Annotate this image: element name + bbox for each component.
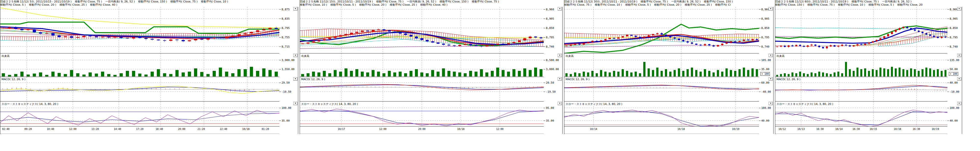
time-tick-label: 12:00 xyxy=(496,128,503,130)
time-tick-label: 10/18 xyxy=(457,128,465,130)
price-pane[interactable] xyxy=(775,7,947,53)
price-chart xyxy=(300,7,544,53)
stochastics-pane-label: スロー・ストキャスティクス( 14, 3, 80, 20 ) xyxy=(566,102,622,106)
macd-pane[interactable]: MACD( 12, 26, 9 ) xyxy=(0,77,279,102)
price-pane-menu-button[interactable]: ▼ xyxy=(558,7,562,11)
macd-pane-menu-button[interactable]: ▼ xyxy=(558,77,562,81)
volume-axis-label: 8,500.00 xyxy=(544,59,559,62)
stoch-axis-label: 40.00 xyxy=(947,119,958,122)
volume-pane-menu-button[interactable]: ▼ xyxy=(293,54,298,57)
price-axis-label: 8,795 xyxy=(279,27,290,29)
macd-pane[interactable]: MACD( 12, 26, 9 ) xyxy=(564,77,759,102)
price-axis-label: 8,835 xyxy=(279,17,290,20)
price-pane-menu-button[interactable]: ▼ xyxy=(293,7,298,11)
macd-pane[interactable]: MACD( 12, 26, 9 ) xyxy=(300,77,544,102)
time-tick-label: 16:30 xyxy=(913,128,920,130)
price-axis-label: 8,960 xyxy=(544,8,554,11)
macd-chart xyxy=(775,77,947,102)
time-tick-label: 21:20 xyxy=(197,128,205,130)
volume-pane-label: 出来高 xyxy=(776,54,784,58)
stochastics-pane[interactable]: スロー・ストキャスティクス( 14, 3, 80, 20 ) xyxy=(300,102,544,127)
time-tick-label: 10/13 xyxy=(797,128,805,130)
volume-axis-label: 3,000.00 xyxy=(544,68,559,71)
stoch-axis-label: 40.00 xyxy=(759,119,769,122)
volume-pane[interactable]: 出来高 xyxy=(300,53,544,77)
plot-column: 出来高 MACD( 12, 26, 9 ) スロー・ストキャスティクス( 14,… xyxy=(0,7,279,134)
volume-pane-menu-button[interactable]: ▼ xyxy=(558,54,562,57)
stoch-pane-menu-button[interactable]: ▼ xyxy=(957,102,961,105)
macd-pane-menu-button[interactable]: ▼ xyxy=(293,77,298,81)
volume-unit-box: × 100 xyxy=(760,72,770,76)
time-tick-label: 10/18 xyxy=(894,128,901,130)
panel-indicator-list: 移動平均( Close, 75 ) 移動平均( Close, 10 ) 移動平均… xyxy=(564,3,773,6)
price-axis-label: 8,755 xyxy=(279,36,290,39)
time-tick-label: 10/14 xyxy=(835,128,843,130)
stoch-axis-label: 100.00 xyxy=(759,106,771,109)
panel-header: 日経２２５先物 11/12( 5分, 2011/10/15 - 2011/10/… xyxy=(0,0,298,7)
macd-pane-label: MACD( 12, 26, 9 ) xyxy=(566,78,590,81)
volume-pane-menu-button[interactable]: ▼ xyxy=(957,54,961,57)
price-axis-label: 8,960 xyxy=(759,8,769,11)
time-tick-label: 20:00 xyxy=(178,128,185,130)
stoch-axis-label: 95.00 xyxy=(544,106,554,109)
panel-body: 出来高 MACD( 12, 26, 9 ) スロー・ストキャスティクス( 14,… xyxy=(775,7,980,134)
macd-pane[interactable]: MACD( 12, 26, 9 ) xyxy=(775,77,947,102)
macd-axis-label: -19.50 xyxy=(544,90,556,93)
macd-axis-label: -10.50 xyxy=(279,90,291,93)
volume-pane-label: 出来高 xyxy=(301,54,309,58)
price-axis-label: 8,740 xyxy=(947,45,958,48)
time-axis: 10/1410/1810/19 xyxy=(564,127,759,134)
macd-pane-menu-button[interactable]: ▼ xyxy=(957,77,961,81)
panel-header: 日経２２５先物 11/12( 30分, 2011/10/11 - 2011/10… xyxy=(564,0,773,7)
macd-pane-menu-button[interactable]: ▼ xyxy=(768,77,773,81)
stochastics-pane-label: スロー・ストキャスティクス( 14, 3, 80, 20 ) xyxy=(776,102,833,106)
time-tick-label: 16:30 xyxy=(816,128,824,130)
volume-pane-label: 出来高 xyxy=(2,54,10,58)
panel-indicator-list: 移動平均( Close, 150 ) 移動平均( Close, 75 ) 移動平… xyxy=(775,3,980,6)
panel-title: 日経２２５先物 11/12( 30分, 2011/10/11 - 2011/10… xyxy=(564,0,773,3)
time-tick-label: 13:20 xyxy=(91,128,99,130)
value-axis-column: 8,9608,9058,8508,7958,740135.0050.0040.0… xyxy=(947,7,962,134)
plot-column: 出来高 MACD( 12, 26, 9 ) スロー・ストキャスティクス( 14,… xyxy=(300,7,544,134)
panel-body: 出来高 MACD( 12, 26, 9 ) スロー・ストキャスティクス( 14,… xyxy=(0,7,298,134)
price-pane[interactable] xyxy=(0,7,279,53)
stoch-axis-label: 35.00 xyxy=(279,119,290,122)
stochastics-pane[interactable]: スロー・ストキャスティクス( 14, 3, 80, 20 ) xyxy=(775,102,947,127)
volume-pane[interactable]: 出来高 xyxy=(775,53,947,77)
panel-title: 日経２２５先物 11/12( 5分, 2011/10/15 - 2011/10/… xyxy=(0,0,298,3)
stochastics-pane[interactable]: スロー・ストキャスティクス( 14, 3, 80, 20 ) xyxy=(0,102,279,127)
volume-pane-menu-button[interactable]: ▼ xyxy=(768,54,773,57)
panel-indicator-list: 移動平均( Close, 5 ) 移動平均( Close, 20 ) 移動平均(… xyxy=(0,3,298,6)
volume-chart xyxy=(775,53,947,77)
stochastics-pane-label: スロー・ストキャスティクス( 14, 3, 80, 20 ) xyxy=(301,102,358,106)
price-pane-menu-button[interactable]: ▼ xyxy=(768,7,773,11)
price-pane[interactable] xyxy=(300,7,544,53)
stoch-pane-menu-button[interactable]: ▼ xyxy=(293,102,298,105)
panel-body: 出来高 MACD( 12, 26, 9 ) スロー・ストキャスティクス( 14,… xyxy=(300,7,563,134)
time-tick-label: 18:40 xyxy=(156,128,163,130)
volume-unit-box: × 100 xyxy=(949,72,958,76)
macd-pane-label: MACD( 12, 26, 9 ) xyxy=(301,78,325,81)
panel-body: 出来高 MACD( 12, 26, 9 ) スロー・ストキャスティクス( 14,… xyxy=(564,7,773,134)
panel-title: 日経２２５先物 11/12( 60分, 2011/10/11 - 2011/10… xyxy=(775,0,980,3)
value-axis-column: 8,9608,9058,8508,7958,7408,500.003,000.0… xyxy=(544,7,563,134)
price-pane[interactable] xyxy=(564,7,759,53)
volume-pane[interactable]: 出来高 xyxy=(564,53,759,77)
chart-workspace: 日経２２５先物 11/12( 5分, 2011/10/15 - 2011/10/… xyxy=(0,0,980,151)
volume-axis-label: 35.00 xyxy=(759,68,769,71)
stoch-axis-label: 100.00 xyxy=(279,106,291,109)
stoch-pane-menu-button[interactable]: ▼ xyxy=(558,102,562,105)
stochastics-pane[interactable]: スロー・ストキャスティクス( 14, 3, 80, 20 ) xyxy=(564,102,759,127)
plot-column: 出来高 MACD( 12, 26, 9 ) スロー・ストキャスティクス( 14,… xyxy=(564,7,759,134)
price-chart xyxy=(564,7,759,53)
stochastics-pane-label: スロー・ストキャスティクス( 14, 3, 80, 20 ) xyxy=(2,102,58,106)
stoch-pane-menu-button[interactable]: ▼ xyxy=(768,102,773,105)
volume-axis-label: 50.00 xyxy=(947,68,958,71)
chart-panel: 日経２２５先物 11/12( 60分, 2011/10/11 - 2011/10… xyxy=(775,0,980,134)
panel-indicator-list: 移動平均( Close, 10 ) 移動平均( Close, 5 ) 移動平均(… xyxy=(300,3,563,6)
price-pane-menu-button[interactable]: ▼ xyxy=(957,7,961,11)
volume-pane[interactable]: 出来高 xyxy=(0,53,279,77)
price-axis-label: 8,715 xyxy=(279,45,290,48)
stoch-axis-label: 35.00 xyxy=(544,119,554,122)
chart-panel: 日経２２５先物 11/12( 5分, 2011/10/15 - 2011/10/… xyxy=(0,0,298,134)
